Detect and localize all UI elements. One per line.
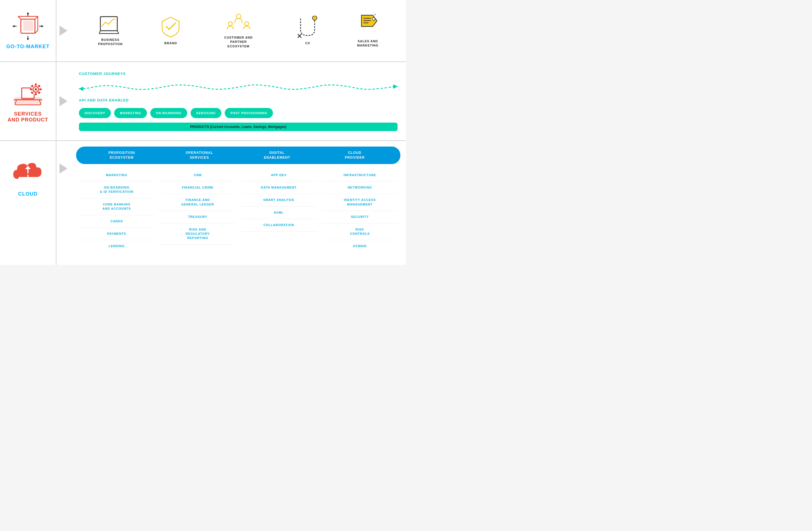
- cell-crm: CRM: [160, 169, 236, 181]
- svg-marker-50: [25, 179, 31, 182]
- row-goto-market: GO-TO-MARKET BUSINESSPROPOSITION: [0, 0, 406, 62]
- svg-rect-40: [40, 89, 42, 90]
- icon-sales-marketing: SALES ANDMARKETING: [357, 14, 379, 48]
- header-digital: DIGITALENABLEMENT: [238, 150, 316, 160]
- col-proposition: MARKETING ON-BOARDING& ID VERIFICATION C…: [76, 169, 157, 252]
- cell-collaboration: COLLABORATION: [241, 219, 317, 232]
- header-operational: OPERATIONALSERVICES: [161, 150, 238, 160]
- row2-arrow: [56, 96, 71, 106]
- svg-marker-45: [79, 87, 83, 91]
- icon-customer-partner: CUSTOMER ANDPARTNER ECOSYSTEM: [219, 13, 258, 48]
- goto-market-icon: [12, 12, 43, 40]
- business-proposition-label: BUSINESSPROPOSITION: [98, 38, 122, 46]
- services-product-label: SERVICESAND PRODUCT: [8, 111, 48, 123]
- cloud-content: PROPOSITIONECOSYSTEM OPERATIONALSERVICES…: [71, 141, 406, 258]
- cloud-label: CLOUD: [18, 191, 38, 197]
- cell-empty-de: [241, 232, 317, 239]
- svg-point-22: [245, 22, 249, 26]
- header-proposition: PROPOSITIONECOSYSTEM: [83, 150, 161, 160]
- cell-payments: PAYMENTS: [79, 228, 155, 240]
- customer-partner-label: CUSTOMER ANDPARTNER ECOSYSTEM: [219, 35, 258, 48]
- svg-rect-38: [35, 93, 37, 95]
- gtm-icons-container: BUSINESSPROPOSITION BRAND: [71, 7, 406, 54]
- svg-rect-37: [35, 84, 37, 86]
- pill-post-provisioning: POST PROVISIONING: [225, 108, 273, 118]
- cloud-cell: CLOUD: [0, 141, 56, 265]
- cell-core-banking: CORE BANKINGAND ACCOUNTS: [79, 198, 155, 215]
- cx-label: CX: [305, 41, 310, 45]
- api-label: API AND DATA ENABLED: [79, 98, 397, 102]
- col-operational: CRM FINANCIAL CRIME FINANCE ANDGENERAL L…: [157, 169, 238, 252]
- services-product-cell: SERVICESAND PRODUCT: [0, 62, 56, 141]
- cell-risk-controls: RISKCONTROLS: [322, 223, 398, 240]
- cell-hybrid: HYBRID: [322, 240, 398, 252]
- cell-treasury: TREASURY: [160, 211, 236, 223]
- svg-marker-15: [41, 25, 43, 27]
- cell-onboarding-id: ON-BOARDING& ID VERIFICATION: [79, 181, 155, 198]
- svg-line-23: [233, 22, 236, 25]
- goto-market-label: GO-TO-MARKET: [6, 44, 49, 49]
- business-proposition-icon: [99, 15, 121, 35]
- brand-label: BRAND: [164, 41, 177, 45]
- row1-arrow: [56, 26, 71, 36]
- svg-point-21: [228, 22, 232, 26]
- header-cloud-provider: CLOUDPROVIDER: [316, 150, 394, 160]
- arrow-icon: [59, 26, 68, 36]
- cell-lending: LENDING: [79, 240, 155, 252]
- cloud-icon: [11, 158, 45, 186]
- svg-line-24: [241, 22, 244, 25]
- wavy-line-container: [79, 81, 397, 93]
- cell-networking: NETWORKING: [322, 181, 398, 194]
- svg-point-27: [313, 16, 317, 20]
- row-cloud: CLOUD PROPOSITIONECOSYSTEM OPERATIONALSE…: [0, 141, 406, 265]
- svg-rect-39: [30, 89, 32, 90]
- svg-marker-13: [12, 25, 14, 27]
- svg-marker-11: [27, 38, 29, 40]
- svg-marker-9: [27, 12, 29, 14]
- goto-market-cell: GO-TO-MARKET: [0, 0, 56, 61]
- products-bar: PRODUCTS (Current Accounts, Loans, Savin…: [79, 122, 397, 131]
- cell-financial-crime: FINANCIAL CRIME: [160, 181, 236, 194]
- journey-pills: DISCOVERY MARKETING ON-BOARDING SERVICIN…: [79, 108, 397, 118]
- row3-arrow: [56, 141, 71, 174]
- svg-line-17: [99, 31, 100, 33]
- svg-line-18: [117, 31, 119, 33]
- sales-marketing-icon: [357, 14, 378, 36]
- brand-icon: [161, 16, 180, 38]
- cell-risk-regulatory: RISK ANDREGULATORYREPORTING: [160, 223, 236, 245]
- cell-identity-access: IDENTITY ACCESSMANAGEMENT: [322, 194, 398, 211]
- cell-marketing: MARKETING: [79, 169, 155, 181]
- cell-data-management: DATA MANAGEMENT: [241, 181, 317, 194]
- cx-icon: [296, 16, 319, 38]
- icon-business-proposition: BUSINESSPROPOSITION: [98, 15, 122, 46]
- services-content: CUSTOMER JOURNEYS API AND DATA ENABLED D…: [71, 66, 406, 137]
- svg-marker-46: [393, 84, 397, 89]
- cell-security: SECURITY: [322, 211, 398, 223]
- sales-marketing-label: SALES ANDMARKETING: [357, 39, 379, 48]
- icon-brand: BRAND: [161, 16, 180, 45]
- cell-empty-op: [160, 245, 236, 252]
- main-container: GO-TO-MARKET BUSINESSPROPOSITION: [0, 0, 406, 265]
- arrow-icon-3: [59, 163, 68, 174]
- cell-aiml: AI/ML: [241, 207, 317, 219]
- col-cloud-provider: INFRASTRUCTURE NETWORKING IDENTITY ACCES…: [319, 169, 401, 252]
- cell-finance-general: FINANCE ANDGENERAL LEDGER: [160, 194, 236, 211]
- cell-smart-analysis: SMART ANALYSIS: [241, 194, 317, 206]
- icon-cx: CX: [296, 16, 319, 45]
- pill-servicing: SERVICING: [191, 108, 221, 118]
- pill-marketing: MARKETING: [114, 108, 147, 118]
- svg-line-3: [35, 16, 38, 19]
- cell-infrastructure: INFRASTRUCTURE: [322, 169, 398, 181]
- services-product-icon: [11, 79, 45, 108]
- row-services-product: SERVICESAND PRODUCT CUSTOMER JOURNEYS AP…: [0, 62, 406, 141]
- svg-rect-1: [23, 20, 33, 31]
- svg-line-2: [18, 16, 21, 19]
- cell-cards: CARDS: [79, 215, 155, 228]
- svg-point-28: [372, 17, 375, 20]
- customer-journeys-label: CUSTOMER JOURNEYS: [79, 72, 397, 76]
- pill-onboarding: ON-BOARDING: [150, 108, 187, 118]
- blue-header-bar: PROPOSITIONECOSYSTEM OPERATIONALSERVICES…: [76, 147, 400, 164]
- col-digital: APP DEV DATA MANAGEMENT SMART ANALYSIS A…: [238, 169, 319, 252]
- pill-discovery: DISCOVERY: [79, 108, 111, 118]
- data-grid: MARKETING ON-BOARDING& ID VERIFICATION C…: [76, 169, 400, 252]
